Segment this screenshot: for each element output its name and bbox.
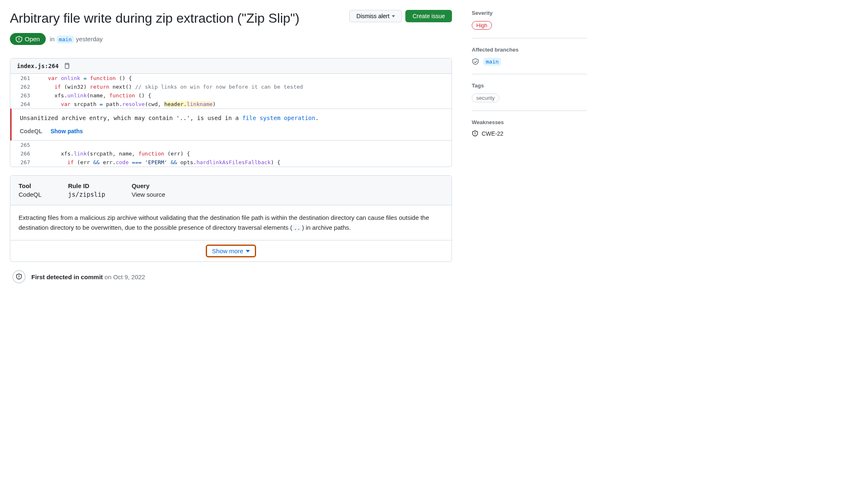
tool-label: CodeQL — [20, 128, 42, 134]
page-title: Arbitrary file write during zip extracti… — [10, 10, 299, 26]
affected-branches-label: Affected branches — [472, 47, 587, 53]
shield-alert-icon — [12, 270, 26, 283]
line-number: 262 — [10, 82, 35, 91]
shield-icon — [472, 130, 478, 137]
line-number: 263 — [10, 91, 35, 100]
severity-label: Severity — [472, 10, 587, 16]
show-more-button[interactable]: Show more — [206, 245, 256, 257]
code-box: index.js:264 261 var onlink = function (… — [10, 58, 452, 167]
timeline-date: on Oct 9, 2022 — [103, 273, 145, 280]
line-number: 266 — [10, 149, 35, 158]
weaknesses-label: Weaknesses — [472, 119, 587, 125]
line-number: 264 — [10, 100, 35, 108]
chevron-down-icon — [246, 250, 250, 252]
info-rule-value: js/zipslip — [68, 191, 105, 198]
alert-link[interactable]: file system operation — [242, 115, 315, 121]
dismiss-alert-button[interactable]: Dismiss alert — [349, 10, 402, 22]
tags-label: Tags — [472, 82, 587, 89]
copy-icon[interactable] — [64, 63, 70, 69]
timeline-bold: First detected in commit — [31, 273, 103, 280]
view-source-link[interactable]: View source — [132, 191, 165, 198]
status-badge: Open — [10, 33, 46, 45]
tag-pill[interactable]: security — [472, 94, 499, 102]
alert-message: Unsanitized archive entry, which may con… — [20, 115, 443, 121]
svg-rect-0 — [65, 64, 69, 68]
weakness-item[interactable]: CWE-22 — [472, 130, 587, 137]
line-number: 267 — [10, 158, 35, 167]
info-rule-label: Rule ID — [68, 182, 105, 189]
description: Extracting files from a malicious zip ar… — [10, 205, 452, 240]
timeline-item: First detected in commit on Oct 9, 2022 — [10, 270, 452, 283]
check-circle-icon — [472, 58, 479, 66]
info-query-label: Query — [132, 182, 165, 189]
show-paths-link[interactable]: Show paths — [50, 128, 83, 134]
file-path[interactable]: index.js:264 — [17, 63, 59, 69]
alert-block: Unsanitized archive entry, which may con… — [10, 108, 452, 141]
alert-icon — [16, 36, 22, 42]
status-meta: in main yesterday — [50, 35, 103, 42]
affected-branch[interactable]: main — [483, 58, 501, 66]
branch-chip[interactable]: main — [56, 35, 74, 43]
info-tool-label: Tool — [19, 182, 42, 189]
info-box: Tool CodeQL Rule ID js/zipslip Query Vie… — [10, 175, 452, 262]
info-tool-value: CodeQL — [19, 191, 42, 198]
caret-down-icon — [392, 15, 395, 17]
severity-pill: High — [472, 21, 492, 30]
line-number: 261 — [10, 74, 35, 82]
line-number: 265 — [10, 141, 35, 149]
create-issue-button[interactable]: Create issue — [405, 10, 452, 22]
